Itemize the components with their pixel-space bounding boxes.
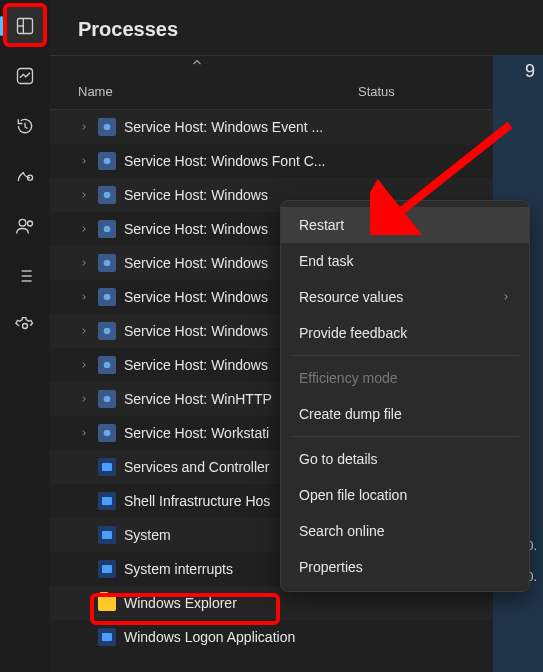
menu-separator: [291, 436, 519, 437]
menu-item-label: Provide feedback: [299, 325, 407, 341]
column-headers: Name Status: [50, 76, 543, 110]
process-name: Service Host: Windows Font C...: [124, 153, 543, 169]
menu-item-properties[interactable]: Properties: [281, 549, 529, 585]
menu-item-open-file-location[interactable]: Open file location: [281, 477, 529, 513]
menu-item-label: Restart: [299, 217, 344, 233]
menu-item-label: Properties: [299, 559, 363, 575]
window-icon: [98, 526, 116, 544]
sidebar: [0, 0, 50, 672]
process-name: Service Host: Windows Event ...: [124, 119, 543, 135]
svg-point-19: [104, 226, 111, 233]
sidebar-startup-icon[interactable]: [5, 156, 45, 196]
svg-point-17: [104, 158, 111, 165]
window-icon: [98, 628, 116, 646]
menu-item-end-task[interactable]: End task: [281, 243, 529, 279]
gear-icon: [98, 186, 116, 204]
process-name: Windows Explorer: [124, 595, 543, 611]
expand-caret-icon[interactable]: [78, 122, 90, 132]
gear-icon: [98, 424, 116, 442]
svg-point-22: [104, 328, 111, 335]
menu-item-go-to-details[interactable]: Go to details: [281, 441, 529, 477]
sort-indicator[interactable]: [50, 56, 543, 76]
expand-caret-icon[interactable]: [78, 190, 90, 200]
window-icon: [98, 560, 116, 578]
sidebar-processes-icon[interactable]: [5, 6, 45, 46]
sidebar-services-icon[interactable]: [5, 306, 45, 346]
expand-caret-icon[interactable]: [78, 156, 90, 166]
sidebar-performance-icon[interactable]: [5, 56, 45, 96]
menu-item-label: Efficiency mode: [299, 370, 398, 386]
column-name[interactable]: Name: [78, 84, 358, 99]
menu-item-restart[interactable]: Restart: [281, 207, 529, 243]
expand-caret-icon[interactable]: [78, 326, 90, 336]
menu-item-label: End task: [299, 253, 353, 269]
menu-item-create-dump-file[interactable]: Create dump file: [281, 396, 529, 432]
svg-point-20: [104, 260, 111, 267]
menu-item-label: Resource values: [299, 289, 403, 305]
expand-caret-icon[interactable]: [78, 224, 90, 234]
svg-line-5: [25, 127, 28, 129]
gear-icon: [98, 356, 116, 374]
column-status[interactable]: Status: [358, 84, 478, 99]
gear-icon: [98, 152, 116, 170]
svg-point-24: [104, 396, 111, 403]
gear-icon: [98, 220, 116, 238]
chevron-right-icon: [501, 289, 511, 305]
expand-caret-icon[interactable]: [78, 360, 90, 370]
process-name: Windows Logon Application: [124, 629, 543, 645]
svg-point-7: [19, 219, 26, 226]
menu-item-resource-values[interactable]: Resource values: [281, 279, 529, 315]
gear-icon: [98, 118, 116, 136]
context-menu: RestartEnd taskResource valuesProvide fe…: [280, 200, 530, 592]
svg-point-23: [104, 362, 111, 369]
gear-icon: [98, 254, 116, 272]
process-row[interactable]: Service Host: Windows Font C...: [50, 144, 543, 178]
svg-point-25: [104, 430, 111, 437]
menu-item-provide-feedback[interactable]: Provide feedback: [281, 315, 529, 351]
menu-separator: [291, 355, 519, 356]
svg-point-8: [28, 221, 33, 226]
menu-item-label: Search online: [299, 523, 385, 539]
expand-caret-icon[interactable]: [78, 258, 90, 268]
folder-icon: [98, 594, 116, 612]
gear-icon: [98, 390, 116, 408]
process-row[interactable]: Service Host: Windows Event ...: [50, 110, 543, 144]
process-row[interactable]: Windows Logon Application: [50, 620, 543, 654]
menu-item-search-online[interactable]: Search online: [281, 513, 529, 549]
sidebar-details-icon[interactable]: [5, 256, 45, 296]
page-title: Processes: [50, 0, 543, 56]
menu-item-label: Go to details: [299, 451, 378, 467]
window-icon: [98, 492, 116, 510]
expand-caret-icon[interactable]: [78, 428, 90, 438]
expand-caret-icon[interactable]: [78, 292, 90, 302]
menu-item-efficiency-mode: Efficiency mode: [281, 360, 529, 396]
window-icon: [98, 458, 116, 476]
svg-point-16: [104, 124, 111, 131]
gear-icon: [98, 322, 116, 340]
svg-point-15: [23, 324, 28, 329]
menu-item-label: Open file location: [299, 487, 407, 503]
svg-point-18: [104, 192, 111, 199]
menu-item-label: Create dump file: [299, 406, 402, 422]
gear-icon: [98, 288, 116, 306]
sidebar-history-icon[interactable]: [5, 106, 45, 146]
expand-caret-icon[interactable]: [78, 394, 90, 404]
svg-point-21: [104, 294, 111, 301]
metric-header: 9: [493, 55, 543, 82]
sidebar-users-icon[interactable]: [5, 206, 45, 246]
